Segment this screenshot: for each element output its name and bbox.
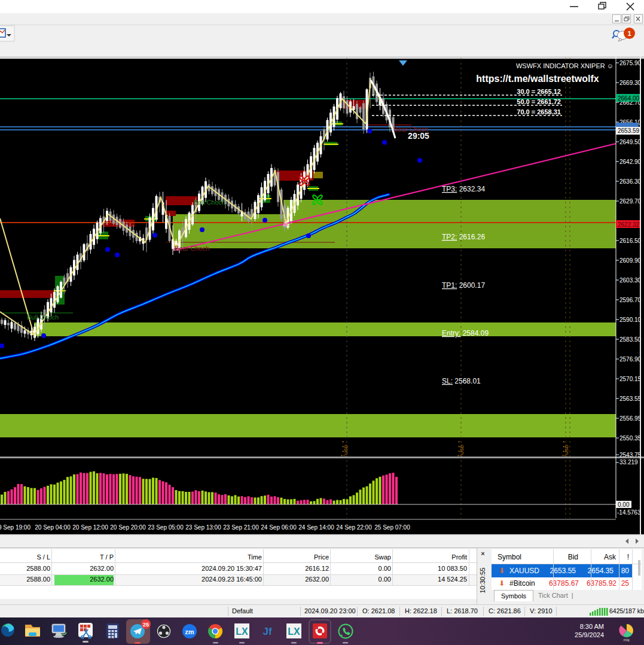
svg-text:24 Sep 06:00: 24 Sep 06:00 bbox=[261, 524, 297, 531]
svg-text:24 Sep 22:00: 24 Sep 22:00 bbox=[336, 524, 372, 531]
svg-text:2664.00: 2664.00 bbox=[618, 95, 640, 102]
svg-text:2543.75: 2543.75 bbox=[619, 452, 642, 458]
svg-text:2616.50: 2616.50 bbox=[619, 238, 642, 244]
svg-text:23 Sep 05:00: 23 Sep 05:00 bbox=[148, 524, 184, 531]
svg-text:2556.95: 2556.95 bbox=[619, 415, 642, 422]
svg-text:USD: USD bbox=[343, 445, 349, 455]
svg-text:2653.59: 2653.59 bbox=[618, 127, 640, 134]
svg-text:USD: USD bbox=[459, 445, 465, 455]
svg-text:2622.32: 2622.32 bbox=[618, 221, 640, 228]
svg-text:2550.35: 2550.35 bbox=[619, 435, 642, 442]
svg-text:20 Sep 20:00: 20 Sep 20:00 bbox=[110, 524, 146, 531]
svg-text:2675.90: 2675.90 bbox=[619, 60, 642, 66]
svg-text:2570.15: 2570.15 bbox=[619, 376, 642, 382]
svg-text:20 Sep 12:00: 20 Sep 12:00 bbox=[72, 524, 108, 531]
svg-text:23 Sep 13:00: 23 Sep 13:00 bbox=[185, 524, 221, 531]
svg-text:Bear Choch: Bear Choch bbox=[175, 245, 209, 252]
svg-text:2576.90: 2576.90 bbox=[619, 356, 642, 363]
svg-text:2642.90: 2642.90 bbox=[619, 159, 642, 165]
svg-text:2636.30: 2636.30 bbox=[619, 178, 642, 185]
svg-text:2590.10: 2590.10 bbox=[619, 317, 642, 323]
svg-text:Bull Choch: Bull Choch bbox=[27, 314, 59, 321]
svg-text:PRE: PRE bbox=[624, 638, 630, 642]
svg-text:https://t.me/wallstreetwolfx: https://t.me/wallstreetwolfx bbox=[476, 74, 599, 84]
svg-text:2603.30: 2603.30 bbox=[619, 277, 642, 284]
svg-text:2669.30: 2669.30 bbox=[619, 80, 642, 86]
svg-text:TP3: 2632.34: TP3: 2632.34 bbox=[442, 185, 485, 193]
svg-text:25: 25 bbox=[143, 621, 149, 628]
svg-text:Bear Choch: Bear Choch bbox=[393, 126, 428, 133]
svg-text:0.00: 0.00 bbox=[618, 501, 630, 508]
svg-text:Jf: Jf bbox=[263, 626, 271, 637]
svg-text:50.0 = 2661.72: 50.0 = 2661.72 bbox=[517, 98, 561, 105]
svg-text:TP1: 2600.17: TP1: 2600.17 bbox=[442, 281, 485, 290]
svg-text:2609.90: 2609.90 bbox=[619, 257, 642, 264]
svg-text:2629.70: 2629.70 bbox=[619, 198, 642, 205]
svg-text:-14.5763: -14.5763 bbox=[617, 509, 641, 516]
svg-text:25 Sep 07:00: 25 Sep 07:00 bbox=[374, 524, 410, 531]
svg-text:9 Sep 19:00: 9 Sep 19:00 bbox=[0, 524, 30, 531]
svg-text:1: 1 bbox=[627, 30, 631, 37]
svg-text:zm: zm bbox=[185, 628, 194, 635]
svg-text:24 Sep 14:00: 24 Sep 14:00 bbox=[298, 524, 334, 531]
svg-text:20 Sep 04:00: 20 Sep 04:00 bbox=[35, 524, 71, 531]
svg-text:2563.55: 2563.55 bbox=[619, 395, 642, 402]
svg-text:30.0 = 2665.12: 30.0 = 2665.12 bbox=[517, 88, 561, 95]
svg-text:33.219: 33.219 bbox=[619, 459, 638, 466]
svg-text:2596.70: 2596.70 bbox=[619, 297, 642, 303]
svg-text:Bull Choch: Bull Choch bbox=[194, 199, 225, 206]
svg-text:23 Sep 21:00: 23 Sep 21:00 bbox=[223, 524, 259, 531]
svg-text:2649.50: 2649.50 bbox=[619, 139, 642, 145]
svg-text:Entry: 2584.09: Entry: 2584.09 bbox=[442, 329, 489, 337]
svg-text:2583.50: 2583.50 bbox=[619, 336, 642, 343]
svg-text:TP2: 2616.26: TP2: 2616.26 bbox=[442, 233, 485, 241]
svg-text:USD: USD bbox=[564, 445, 569, 455]
svg-text:LX: LX bbox=[288, 626, 300, 637]
svg-text:LX: LX bbox=[236, 626, 248, 637]
svg-text:SL: 2568.01: SL: 2568.01 bbox=[442, 377, 481, 385]
svg-text:70.0 = 2658.31: 70.0 = 2658.31 bbox=[517, 108, 561, 115]
svg-text:WSWFX INDICATOR XNIPER ☺: WSWFX INDICATOR XNIPER ☺ bbox=[516, 62, 614, 69]
